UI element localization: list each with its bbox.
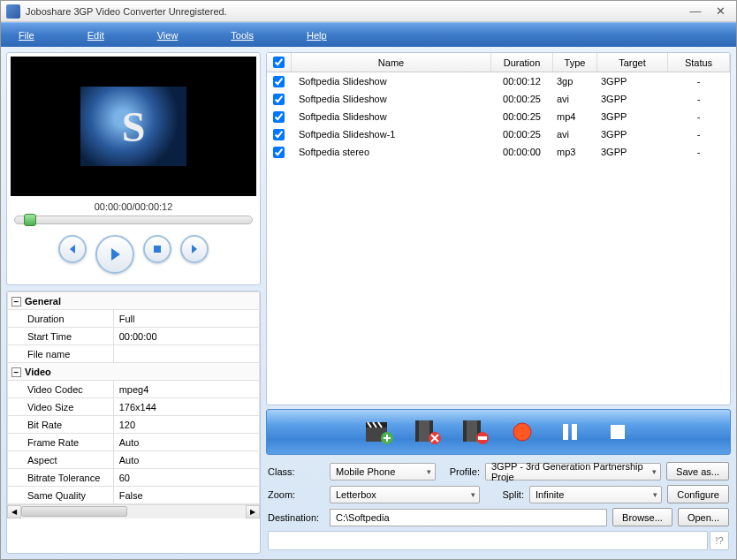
collapse-toggle[interactable]: − bbox=[11, 367, 21, 377]
cell-target: 3GPP bbox=[597, 111, 668, 122]
menu-file[interactable]: File bbox=[19, 30, 34, 41]
scroll-right-arrow[interactable]: ▶ bbox=[246, 505, 260, 518]
col-type[interactable]: Type bbox=[553, 53, 597, 72]
menu-edit[interactable]: Edit bbox=[87, 30, 104, 41]
svg-rect-5 bbox=[415, 420, 419, 442]
table-row[interactable]: Softpedia Slideshow 00:00:25 avi 3GPP - bbox=[267, 90, 730, 108]
app-icon bbox=[6, 4, 20, 19]
cell-type: 3gp bbox=[553, 76, 597, 87]
close-button[interactable]: ✕ bbox=[710, 4, 731, 19]
clapper-add-icon bbox=[364, 419, 394, 445]
prop-value[interactable]: 176x144 bbox=[113, 398, 259, 416]
titlebar: Joboshare 3GP Video Converter Unregister… bbox=[1, 1, 736, 22]
menubar: File Edit View Tools Help bbox=[1, 22, 736, 47]
play-button[interactable] bbox=[95, 235, 134, 274]
col-status[interactable]: Status bbox=[668, 53, 730, 72]
prop-value[interactable]: False bbox=[113, 487, 259, 504]
row-checkbox[interactable] bbox=[273, 76, 285, 87]
status-help-button[interactable]: !? bbox=[710, 531, 729, 550]
zoom-combo[interactable]: Letterbox bbox=[330, 486, 480, 503]
video-thumbnail bbox=[80, 87, 186, 166]
profile-label: Profile: bbox=[441, 466, 480, 477]
prop-value[interactable]: Auto bbox=[113, 434, 259, 451]
cell-duration: 00:00:00 bbox=[491, 147, 553, 157]
pause-button[interactable] bbox=[554, 416, 586, 448]
destination-input[interactable]: C:\Softpedia bbox=[330, 509, 607, 526]
table-row[interactable]: Softpedia Slideshow 00:00:12 3gp 3GPP - bbox=[267, 72, 730, 90]
row-checkbox[interactable] bbox=[273, 147, 285, 158]
table-row[interactable]: Softpedia Slideshow 00:00:25 mp4 3GPP - bbox=[267, 108, 730, 125]
seek-slider[interactable] bbox=[14, 216, 253, 224]
select-all-checkbox[interactable] bbox=[273, 57, 285, 68]
table-row[interactable]: Softpedia stereo 00:00:00 mp3 3GPP - bbox=[267, 143, 730, 161]
open-button[interactable]: Open... bbox=[678, 508, 729, 526]
film-clear-icon bbox=[460, 419, 490, 445]
cell-status: - bbox=[668, 129, 730, 140]
record-button[interactable] bbox=[506, 416, 538, 448]
prop-key: Video Codec bbox=[8, 381, 114, 398]
menu-view[interactable]: View bbox=[157, 30, 179, 41]
svg-rect-0 bbox=[154, 246, 161, 253]
cell-target: 3GPP bbox=[597, 147, 668, 157]
row-checkbox[interactable] bbox=[273, 129, 285, 140]
remove-file-button[interactable] bbox=[411, 416, 443, 448]
scroll-thumb[interactable] bbox=[21, 506, 127, 517]
stop-icon bbox=[152, 244, 163, 254]
collapse-toggle[interactable]: − bbox=[11, 297, 21, 306]
prop-value[interactable] bbox=[113, 345, 259, 363]
col-name[interactable]: Name bbox=[292, 53, 491, 72]
file-grid: Name Duration Type Target Status Softped… bbox=[266, 52, 731, 405]
scroll-left-arrow[interactable]: ◀ bbox=[7, 505, 21, 518]
profile-combo[interactable]: 3GPP - 3rd Generation Partnership Proje bbox=[485, 463, 661, 481]
col-duration[interactable]: Duration bbox=[491, 53, 553, 72]
prop-key: Start Time bbox=[8, 328, 114, 345]
prop-value[interactable]: 00:00:00 bbox=[113, 328, 259, 345]
cell-name: Softpedia Slideshow bbox=[292, 111, 491, 122]
prop-value[interactable]: Full bbox=[113, 310, 259, 328]
table-row[interactable]: Softpedia Slideshow-1 00:00:25 avi 3GPP … bbox=[267, 125, 730, 143]
time-display: 00:00:00/00:00:12 bbox=[11, 196, 256, 216]
cell-duration: 00:00:25 bbox=[491, 129, 553, 140]
next-button[interactable] bbox=[180, 235, 209, 263]
video-preview[interactable] bbox=[11, 57, 256, 196]
save-as-button[interactable]: Save as... bbox=[666, 462, 729, 481]
prop-value[interactable]: mpeg4 bbox=[113, 381, 259, 398]
clear-list-button[interactable] bbox=[459, 416, 490, 448]
grid-body: Softpedia Slideshow 00:00:12 3gp 3GPP - … bbox=[267, 72, 730, 405]
menu-tools[interactable]: Tools bbox=[231, 30, 254, 41]
cell-duration: 00:00:25 bbox=[491, 111, 553, 122]
cell-name: Softpedia stereo bbox=[292, 147, 491, 157]
prop-key: Bitrate Tolerance bbox=[8, 469, 114, 487]
group-label: General bbox=[25, 296, 61, 306]
menu-help[interactable]: Help bbox=[307, 30, 327, 41]
stop-convert-icon bbox=[609, 423, 627, 441]
cell-name: Softpedia Slideshow bbox=[292, 94, 491, 104]
svg-rect-17 bbox=[611, 425, 625, 439]
props-hscrollbar[interactable]: ◀ ▶ bbox=[7, 504, 260, 518]
row-checkbox[interactable] bbox=[273, 111, 285, 123]
col-target[interactable]: Target bbox=[597, 53, 668, 72]
prop-key: Frame Rate bbox=[8, 434, 114, 451]
add-file-button[interactable] bbox=[363, 416, 395, 448]
split-combo[interactable]: Infinite bbox=[529, 486, 662, 503]
minimize-button[interactable]: — bbox=[685, 4, 706, 19]
prop-value[interactable]: 120 bbox=[113, 416, 259, 434]
svg-rect-12 bbox=[478, 436, 487, 440]
stop-button[interactable] bbox=[143, 235, 171, 263]
row-checkbox[interactable] bbox=[273, 94, 285, 105]
prev-button[interactable] bbox=[58, 235, 87, 263]
cell-target: 3GPP bbox=[597, 129, 668, 140]
stop-convert-button[interactable] bbox=[602, 416, 634, 448]
prop-key: Aspect bbox=[8, 451, 114, 469]
class-combo[interactable]: Mobile Phone bbox=[330, 463, 436, 481]
prop-value[interactable]: Auto bbox=[113, 451, 259, 469]
app-window: Joboshare 3GP Video Converter Unregister… bbox=[0, 0, 737, 560]
group-label: Video bbox=[25, 367, 51, 377]
prop-value[interactable]: 60 bbox=[113, 469, 259, 487]
svg-rect-16 bbox=[572, 424, 577, 440]
browse-button[interactable]: Browse... bbox=[612, 508, 672, 526]
cell-target: 3GPP bbox=[597, 76, 668, 87]
seek-thumb[interactable] bbox=[24, 214, 36, 226]
configure-button[interactable]: Configure bbox=[667, 485, 729, 503]
settings-panel: Class: Mobile Phone Profile: 3GPP - 3rd … bbox=[266, 458, 731, 554]
